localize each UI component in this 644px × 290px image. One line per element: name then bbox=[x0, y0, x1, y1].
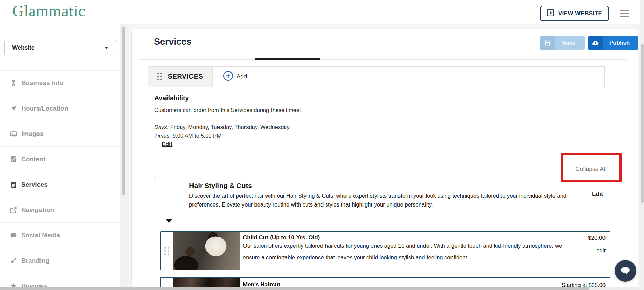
availability-edit-link[interactable]: Edit bbox=[162, 141, 172, 147]
sidebar-item-images[interactable]: Images bbox=[0, 121, 120, 146]
times-value: 9:00 AM to 5:00 PM bbox=[171, 132, 222, 139]
building-icon bbox=[10, 80, 17, 87]
app-window: Glammatic VIEW WEBSITE Website Business … bbox=[0, 0, 644, 290]
floppy-disk-icon bbox=[540, 36, 555, 50]
tab-services[interactable]: SERVICES bbox=[148, 67, 213, 87]
page-horizontal-scrollbar[interactable] bbox=[0, 287, 640, 290]
cloud-upload-icon bbox=[588, 36, 603, 50]
drag-handle-icon[interactable] bbox=[161, 232, 173, 270]
add-label: Add bbox=[237, 73, 247, 80]
view-website-label: VIEW WEBSITE bbox=[558, 10, 602, 17]
publish-button[interactable]: Publish bbox=[588, 36, 638, 50]
sidebar-item-label: Branding bbox=[21, 257, 49, 264]
service-row-body: Child Cut (Up to 10 Yrs. Old) Our salon … bbox=[240, 232, 610, 270]
service-description: Our salon offers expertly tailored hairc… bbox=[243, 240, 578, 263]
sidebar-item-label: Navigation bbox=[21, 206, 54, 214]
sidebar-scrollbar[interactable] bbox=[120, 24, 128, 290]
content-horizontal-scrollbar-thumb[interactable] bbox=[255, 58, 320, 60]
category-edit-button[interactable]: Edit bbox=[592, 191, 603, 198]
sidebar-item-label: Content bbox=[21, 155, 46, 163]
drag-handle-icon[interactable] bbox=[157, 73, 162, 80]
page-vertical-scrollbar-thumb[interactable] bbox=[641, 44, 644, 203]
site-selector-dropdown[interactable]: Website bbox=[4, 40, 116, 56]
page-title: Services bbox=[154, 37, 191, 47]
plus-circle-icon bbox=[223, 71, 233, 82]
sidebar-item-business-info[interactable]: Business Info bbox=[0, 70, 120, 96]
save-button[interactable]: Save bbox=[540, 36, 585, 50]
save-label: Save bbox=[555, 36, 585, 50]
times-label: Times: bbox=[154, 132, 171, 139]
availability-times: Times: 9:00 AM to 5:00 PM bbox=[154, 132, 222, 139]
location-arrow-icon bbox=[10, 105, 17, 112]
sidebar-item-label: Social Media bbox=[21, 232, 60, 239]
days-label: Days: bbox=[154, 124, 169, 130]
sidebar-item-label: Hours/Location bbox=[21, 105, 68, 112]
category-card-hair-styling: Hair Styling & Cuts Discover the art of … bbox=[154, 177, 614, 290]
comment-icon bbox=[10, 232, 17, 239]
service-row-child-cut: Child Cut (Up to 10 Yrs. Old) Our salon … bbox=[160, 231, 610, 270]
site-selector-value: Website bbox=[12, 44, 35, 51]
category-title: Hair Styling & Cuts bbox=[189, 182, 252, 190]
chat-widget-button[interactable] bbox=[615, 260, 636, 282]
sidebar-item-content[interactable]: Content bbox=[0, 146, 120, 172]
sidebar-item-label: Images bbox=[21, 130, 43, 138]
chat-bubble-icon bbox=[619, 264, 632, 277]
category-description: Discover the art of perfect hair with ou… bbox=[189, 191, 577, 209]
days-value: Friday, Monday, Tuesday, Thursday, Wedne… bbox=[169, 124, 290, 130]
clipboard-icon bbox=[10, 181, 17, 188]
sidebar-nav: Business Info Hours/Location Images Cont… bbox=[0, 70, 120, 290]
play-square-icon bbox=[547, 9, 555, 18]
images-icon bbox=[10, 130, 17, 137]
sidebar-item-social-media[interactable]: Social Media bbox=[0, 222, 120, 248]
top-bar: Glammatic VIEW WEBSITE bbox=[0, 0, 644, 24]
add-section-button[interactable]: Add bbox=[213, 67, 257, 87]
page-vertical-scrollbar[interactable] bbox=[640, 0, 644, 290]
view-website-button[interactable]: VIEW WEBSITE bbox=[540, 6, 609, 21]
availability-intro: Customers can order from this Services d… bbox=[154, 107, 301, 113]
publish-label: Publish bbox=[603, 36, 638, 50]
sidebar-item-hours-location[interactable]: Hours/Location bbox=[0, 96, 120, 121]
paint-brush-icon bbox=[10, 257, 17, 264]
tab-services-label: SERVICES bbox=[168, 73, 203, 80]
chevron-down-icon bbox=[104, 47, 108, 49]
sidebar-item-label: Business Info bbox=[21, 79, 63, 87]
external-link-icon bbox=[10, 207, 17, 213]
section-tab-row: SERVICES Add bbox=[148, 66, 605, 87]
sidebar: Website Business Info Hours/Location Ima… bbox=[0, 24, 120, 290]
sidebar-item-navigation[interactable]: Navigation bbox=[0, 197, 120, 222]
edit-square-icon bbox=[10, 156, 17, 163]
service-price: $20.00 bbox=[588, 235, 606, 241]
sidebar-item-label: Services bbox=[21, 181, 48, 188]
section-divider bbox=[132, 154, 623, 154]
page-horizontal-scrollbar-thumb[interactable] bbox=[0, 287, 589, 290]
brand-logo: Glammatic bbox=[12, 2, 86, 20]
collapse-caret-icon[interactable] bbox=[166, 219, 172, 223]
availability-title: Availability bbox=[154, 94, 189, 102]
content-horizontal-scrollbar[interactable] bbox=[139, 59, 627, 60]
menu-icon[interactable] bbox=[620, 10, 629, 17]
availability-days: Days: Friday, Monday, Tuesday, Thursday,… bbox=[154, 124, 290, 130]
sidebar-scrollbar-thumb[interactable] bbox=[122, 27, 125, 195]
annotation-highlight-box bbox=[561, 153, 622, 182]
header-divider bbox=[132, 54, 638, 54]
sidebar-item-services[interactable]: Services bbox=[0, 172, 120, 197]
service-photo bbox=[173, 232, 240, 270]
service-edit-link[interactable]: edit bbox=[596, 247, 606, 254]
sidebar-item-branding[interactable]: Branding bbox=[0, 248, 120, 273]
